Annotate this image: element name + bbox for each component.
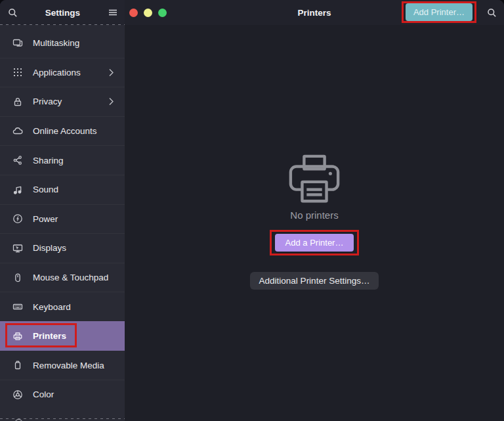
sound-icon xyxy=(12,185,23,195)
sidebar-item-color[interactable]: Color xyxy=(0,380,125,409)
sidebar-item-privacy[interactable]: Privacy xyxy=(0,87,125,116)
printers-panel: No printers Add a Printer… Additional Pr… xyxy=(125,25,504,421)
sharing-icon xyxy=(12,155,23,166)
sidebar-item-power[interactable]: Power xyxy=(0,204,125,234)
sidebar-item-label: Multitasking xyxy=(33,38,79,48)
sidebar-item-label: Color xyxy=(33,389,54,399)
sidebar-headerbar: Settings xyxy=(0,0,125,25)
sidebar-item-online-accounts[interactable]: Online Accounts xyxy=(0,116,125,146)
privacy-icon xyxy=(12,97,23,107)
sidebar-item-label: Power xyxy=(33,214,58,224)
additional-printer-settings-button[interactable]: Additional Printer Settings… xyxy=(250,272,379,290)
sidebar-item-applications[interactable]: Applications xyxy=(0,58,125,87)
printer-icon xyxy=(285,152,343,206)
search-icon[interactable] xyxy=(4,4,21,21)
page-title: Printers xyxy=(125,8,504,18)
power-icon xyxy=(12,213,23,224)
annotation-box-add-printer: Add Printer… xyxy=(402,1,476,23)
settings-sidebar: MultitaskingApplicationsPrivacyOnline Ac… xyxy=(0,25,125,421)
online-accounts-icon xyxy=(12,126,23,137)
headerbar: Settings Printers Add Printer… xyxy=(0,0,504,25)
sidebar-item-mouse-touchpad[interactable]: Mouse & Touchpad xyxy=(0,263,125,292)
empty-state-title: No printers xyxy=(290,210,338,221)
sidebar-item-sharing[interactable]: Sharing xyxy=(0,145,125,175)
minimize-window-button[interactable] xyxy=(144,9,152,17)
sidebar-item-removable-media[interactable]: Removable Media xyxy=(0,351,125,380)
close-window-button[interactable] xyxy=(129,9,138,17)
main-headerbar: Printers Add Printer… xyxy=(125,0,504,25)
sidebar-list: MultitaskingApplicationsPrivacyOnline Ac… xyxy=(0,25,125,409)
sidebar-item-label: Keyboard xyxy=(33,302,71,312)
multitasking-icon xyxy=(12,37,23,48)
sidebar-item-sound[interactable]: Sound xyxy=(0,175,125,204)
hamburger-menu-icon[interactable] xyxy=(104,4,121,21)
sidebar-item-keyboard[interactable]: Keyboard xyxy=(0,292,125,321)
sidebar-item-label: Displays xyxy=(33,243,66,253)
sidebar-item-printers[interactable]: Printers xyxy=(0,321,125,351)
add-printer-button[interactable]: Add Printer… xyxy=(406,3,472,21)
sidebar-item-label: Privacy xyxy=(33,97,62,106)
chevron-right-icon xyxy=(108,68,114,77)
sidebar-item-label: Online Accounts xyxy=(33,126,97,136)
printers-icon xyxy=(12,331,23,342)
chevron-right-icon xyxy=(108,97,114,106)
search-icon[interactable] xyxy=(483,4,500,21)
removable-media-icon xyxy=(12,360,23,370)
sidebar-item-multitasking[interactable]: Multitasking xyxy=(0,28,125,58)
sidebar-item-label: Mouse & Touchpad xyxy=(33,273,108,282)
sidebar-item-label: Sharing xyxy=(33,156,64,166)
color-icon xyxy=(12,389,23,400)
add-a-printer-button[interactable]: Add a Printer… xyxy=(275,234,354,252)
displays-icon xyxy=(12,243,23,254)
sidebar-item-label: Sound xyxy=(33,185,58,194)
keyboard-icon xyxy=(12,301,23,312)
annotation-box-add-a-printer: Add a Printer… xyxy=(270,230,360,255)
settings-window: Settings Printers Add Printer… xyxy=(0,0,504,421)
applications-icon xyxy=(12,67,23,78)
sidebar-item-displays[interactable]: Displays xyxy=(0,233,125,263)
sidebar-item-label: Printers xyxy=(33,331,66,341)
window-controls xyxy=(129,9,167,17)
sidebar-item-label: Applications xyxy=(33,68,81,78)
mouse-icon xyxy=(12,273,23,283)
app-title: Settings xyxy=(21,8,104,18)
sidebar-item-label: Removable Media xyxy=(33,361,104,370)
maximize-window-button[interactable] xyxy=(158,9,167,17)
